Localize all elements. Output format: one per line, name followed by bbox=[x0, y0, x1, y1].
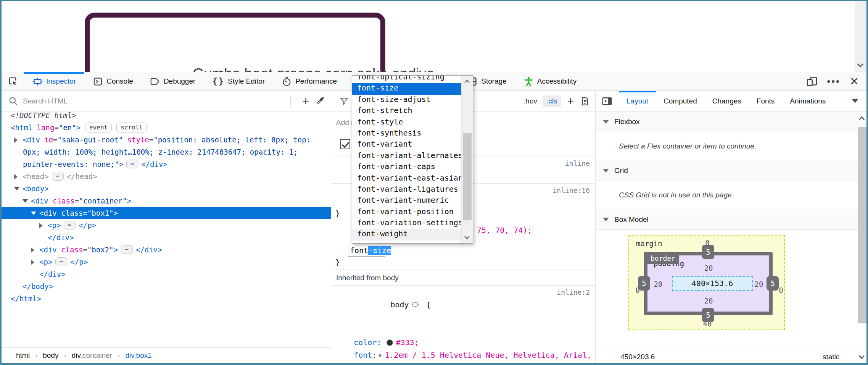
tab-console[interactable]: Console bbox=[84, 72, 142, 90]
property-name[interactable]: font: bbox=[354, 350, 377, 360]
autocomplete-item[interactable]: font-optical-sizing bbox=[352, 75, 461, 83]
box-model-margin[interactable]: margin 0 0 0 40 border 5 5 5 5 paddi bbox=[628, 235, 785, 330]
property-value[interactable]: 1.2em / 1.5 Helvetica Neue, Helvetica, A… bbox=[385, 350, 591, 360]
property-name[interactable]: color: bbox=[354, 338, 381, 347]
autocomplete-item[interactable]: font-variant-position bbox=[352, 207, 461, 218]
markup-row[interactable]: <div class="box2">⋯</div> bbox=[2, 244, 331, 256]
box-model-content[interactable]: 400×153.6 bbox=[672, 276, 753, 291]
markup-row[interactable]: <body> bbox=[2, 182, 331, 195]
autocomplete-item[interactable]: font-variation-settings bbox=[352, 218, 461, 229]
autocomplete-item[interactable]: font-variant-numeric bbox=[352, 195, 461, 207]
collapse-icon[interactable] bbox=[14, 187, 19, 191]
more-options-icon[interactable]: ••• bbox=[827, 77, 840, 86]
tab-layout[interactable]: Layout bbox=[619, 91, 656, 111]
tab-inspector[interactable]: Inspector bbox=[24, 72, 84, 90]
markup-row[interactable]: <html lang="en">eventscroll bbox=[2, 121, 331, 134]
page-scrollbar[interactable] bbox=[855, 1, 866, 72]
border-bottom-value[interactable]: 5 bbox=[702, 308, 714, 322]
node-badge[interactable]: scroll bbox=[116, 123, 147, 132]
print-media-icon[interactable] bbox=[580, 96, 590, 106]
add-rule-button[interactable]: + bbox=[567, 95, 574, 108]
tab-animations[interactable]: Animations bbox=[782, 91, 833, 111]
property-value[interactable]: #333; bbox=[396, 338, 419, 347]
search-input[interactable]: Search HTML bbox=[23, 97, 68, 105]
node-picker-button[interactable] bbox=[2, 72, 24, 90]
tab-changes[interactable]: Changes bbox=[705, 91, 749, 111]
markup-row[interactable]: </div> bbox=[2, 231, 331, 244]
breadcrumb-body[interactable]: body bbox=[43, 351, 58, 360]
color-swatch[interactable] bbox=[386, 339, 393, 346]
expand-icon[interactable] bbox=[31, 260, 34, 265]
filter-icon[interactable] bbox=[339, 96, 349, 106]
padding-bottom-value[interactable]: 20 bbox=[703, 297, 714, 305]
markup-row[interactable]: pointer-events: none;">⋯</div> bbox=[2, 158, 331, 170]
scroll-down-icon[interactable] bbox=[464, 234, 470, 239]
expand-icon[interactable] bbox=[14, 137, 18, 143]
section-box-model[interactable]: Box Model bbox=[596, 209, 866, 230]
scroll-down-icon[interactable] bbox=[857, 61, 864, 68]
border-left-value[interactable]: 5 bbox=[638, 276, 650, 291]
autocomplete-item[interactable]: font-variant-east-asian bbox=[352, 173, 461, 184]
sidebar-scrollbar-thumb[interactable] bbox=[858, 127, 866, 323]
box-model-border[interactable]: border 5 5 5 5 padding 20 20 20 20 bbox=[644, 252, 773, 315]
expand-icon[interactable] bbox=[31, 247, 34, 253]
tab-accessibility[interactable]: Accessibility bbox=[515, 72, 585, 90]
inline-expander[interactable]: ⋯ bbox=[121, 245, 133, 254]
tab-computed[interactable]: Computed bbox=[656, 91, 705, 111]
tab-style-editor[interactable]: {} Style Editor bbox=[204, 72, 273, 90]
expand-icon[interactable] bbox=[379, 353, 382, 358]
inline-expander[interactable]: ⋯ bbox=[55, 257, 67, 266]
autocomplete-item[interactable]: font-stretch bbox=[352, 106, 461, 117]
markup-row[interactable]: </html> bbox=[2, 292, 331, 305]
expand-icon[interactable] bbox=[14, 174, 18, 179]
inline-expander[interactable]: ⋯ bbox=[126, 160, 138, 168]
breadcrumb-html[interactable]: html bbox=[16, 351, 30, 360]
tab-performance[interactable]: Performance bbox=[273, 72, 345, 90]
autocomplete-item[interactable]: font-variant-alternates bbox=[352, 151, 461, 162]
markup-row[interactable]: <p>⋯</p> bbox=[2, 219, 331, 231]
class-checkbox[interactable] bbox=[340, 139, 350, 149]
tab-fonts[interactable]: Fonts bbox=[749, 91, 783, 111]
rule-source-link[interactable]: inline:2 bbox=[557, 286, 590, 299]
breadcrumb-div-container[interactable]: div.container bbox=[72, 351, 112, 360]
border-top-value[interactable]: 5 bbox=[702, 245, 714, 259]
padding-top-value[interactable]: 20 bbox=[703, 264, 714, 272]
sidebar-scroll-down[interactable] bbox=[860, 353, 864, 360]
rule-source-link[interactable]: inline:16 bbox=[552, 184, 590, 197]
section-flexbox[interactable]: Flexbox bbox=[596, 111, 866, 132]
responsive-mode-icon[interactable] bbox=[806, 76, 818, 87]
markup-row[interactable]: </body> bbox=[2, 280, 331, 292]
autocomplete-item[interactable]: font-size bbox=[352, 83, 461, 94]
all-tabs-menu-button[interactable] bbox=[847, 91, 863, 111]
rule-source-link[interactable]: inline bbox=[565, 157, 590, 170]
class-toggle-button[interactable]: .cls bbox=[543, 95, 561, 107]
autocomplete-item[interactable]: font-size-adjust bbox=[352, 95, 461, 106]
autocomplete-item[interactable]: font-variant-caps bbox=[352, 162, 461, 173]
breadcrumb-div-box1[interactable]: div.box1 bbox=[125, 351, 151, 360]
section-grid[interactable]: Grid bbox=[596, 160, 866, 181]
markup-row[interactable]: <div class="container"> bbox=[2, 195, 331, 207]
sidebar-scroll-up[interactable] bbox=[860, 116, 864, 123]
padding-left-value[interactable]: 20 bbox=[653, 280, 663, 288]
border-right-value[interactable]: 5 bbox=[767, 276, 779, 291]
scroll-up-icon[interactable] bbox=[464, 79, 470, 85]
markup-row[interactable]: <!DOCTYPE html> bbox=[2, 111, 331, 121]
inline-expander[interactable]: ⋯ bbox=[64, 221, 76, 229]
node-badge[interactable]: event bbox=[85, 123, 112, 132]
collapse-icon[interactable] bbox=[23, 199, 28, 203]
autocomplete-item[interactable]: font-weight bbox=[352, 229, 461, 240]
property-name-editor[interactable]: font-size bbox=[348, 245, 385, 257]
close-devtools-icon[interactable]: ✕ bbox=[850, 76, 859, 87]
autocomplete-item[interactable]: font-variant-ligatures bbox=[352, 184, 461, 195]
markup-row[interactable]: <p>⋯</p> bbox=[2, 256, 331, 268]
markup-row[interactable]: </div> bbox=[2, 268, 331, 280]
pane-toggle-icon[interactable] bbox=[601, 95, 613, 107]
tab-debugger[interactable]: Debugger bbox=[142, 72, 204, 90]
markup-row[interactable]: <div id="saka-gui-root" style="position:… bbox=[2, 134, 331, 146]
add-node-button[interactable]: + bbox=[302, 95, 309, 108]
collapse-icon[interactable] bbox=[31, 212, 36, 215]
markup-row[interactable]: 0px; width: 100%; height…100%; z-index: … bbox=[2, 146, 331, 158]
autocomplete-item[interactable]: font-style bbox=[352, 117, 461, 128]
markup-row[interactable]: <head>⋯</head> bbox=[2, 170, 331, 182]
inline-expander[interactable]: ⋯ bbox=[52, 172, 64, 181]
